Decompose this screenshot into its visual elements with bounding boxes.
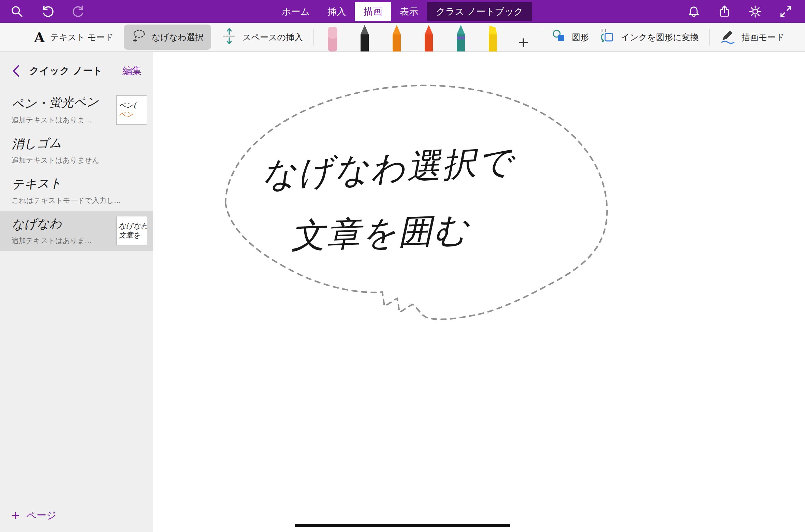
draw-toolbar: A テキスト モード なげなわ選択 <box>0 23 805 52</box>
redo-icon[interactable] <box>71 4 86 19</box>
pen-orange-tool[interactable] <box>388 24 406 51</box>
handwritten-ink-line-2: 文章を囲む <box>290 210 471 256</box>
ink-to-shape-button[interactable]: インクを図形に変換 <box>599 28 699 46</box>
toolbar-divider <box>709 29 709 46</box>
eraser-tool[interactable] <box>324 24 341 51</box>
lasso-selection-stroke[interactable] <box>225 86 607 319</box>
thumbnail-ink-line: なげなわ <box>119 222 145 230</box>
draw-mode-button[interactable]: 描画モード <box>720 29 785 46</box>
insert-space-label: スペースの挿入 <box>243 32 303 43</box>
drawing-canvas[interactable]: なげなわ選択で 文章を囲む <box>153 52 805 532</box>
ink-to-shape-icon <box>599 28 616 46</box>
page-item-text: ペン・蛍光ペン 追加テキストはありま… <box>12 96 112 125</box>
page-list: ペン・蛍光ペン 追加テキストはありま… ペン( ペン 消しゴム 追加テキストはあ… <box>0 90 153 499</box>
tab-view[interactable]: 表示 <box>391 2 427 21</box>
page-item-pen-highlighter[interactable]: ペン・蛍光ペン 追加テキストはありま… ペン( ペン <box>0 90 153 130</box>
page-item-subtitle: 追加テキストはありま… <box>12 236 112 245</box>
add-pen-button[interactable]: + <box>516 34 530 51</box>
sidebar-header: クイック ノート 編集 <box>0 52 153 90</box>
top-bar-right <box>686 4 805 19</box>
edit-button[interactable]: 編集 <box>122 64 142 77</box>
text-mode-label: テキスト モード <box>50 32 113 43</box>
back-chevron-icon[interactable] <box>12 64 20 78</box>
highlighter-yellow-tool[interactable] <box>484 24 502 51</box>
main-area: クイック ノート 編集 ペン・蛍光ペン 追加テキストはありま… ペン( ペン <box>0 52 805 532</box>
page-item-text-page[interactable]: テキスト これはテキストモードで入力し… <box>0 170 153 211</box>
pen-tray: + <box>324 23 530 51</box>
draw-mode-label: 描画モード <box>742 32 785 43</box>
marker-red-tool[interactable] <box>420 24 438 51</box>
notifications-bell-icon[interactable] <box>686 4 701 19</box>
page-item-text: テキスト これはテキストモードで入力し… <box>12 176 147 205</box>
tab-draw[interactable]: 描画 <box>355 2 391 21</box>
insert-space-icon <box>221 27 237 47</box>
ink-layer: なげなわ選択で 文章を囲む <box>153 52 805 532</box>
settings-gear-icon[interactable] <box>748 4 763 19</box>
lasso-select-label: なげなわ選択 <box>152 32 204 43</box>
pen-teal-tool[interactable] <box>452 24 470 51</box>
pen-black-tool[interactable] <box>356 24 374 51</box>
lasso-icon <box>131 29 146 46</box>
page-item-title: テキスト <box>11 172 147 193</box>
page-item-title: ペン・蛍光ペン <box>11 93 112 112</box>
page-item-title: なげなわ <box>11 214 112 233</box>
draw-mode-pen-icon <box>720 29 736 46</box>
onenote-app: ホーム 挿入 描画 表示 クラス ノートブック <box>0 0 805 532</box>
page-item-subtitle: 追加テキストはありません <box>12 155 147 165</box>
thumbnail-ink-line: ペン <box>119 110 145 119</box>
handwritten-ink-line-1: なげなわ選択で <box>261 141 517 195</box>
text-mode-button[interactable]: A テキスト モード <box>34 29 114 45</box>
tab-home[interactable]: ホーム <box>273 2 319 21</box>
page-item-lasso[interactable]: なげなわ 追加テキストはありま… なげなわ 文章を <box>0 211 153 251</box>
search-icon[interactable] <box>10 4 25 19</box>
page-thumbnail: ペン( ペン <box>116 95 147 125</box>
toolbar-divider <box>541 29 541 46</box>
undo-icon[interactable] <box>40 4 55 19</box>
shapes-button[interactable]: 図形 <box>552 29 589 46</box>
page-item-subtitle: これはテキストモードで入力し… <box>12 196 147 205</box>
top-bar-left <box>0 4 86 19</box>
tab-insert[interactable]: 挿入 <box>319 2 355 21</box>
ribbon-tabs: ホーム 挿入 描画 表示 クラス ノートブック <box>273 0 532 23</box>
thumbnail-ink-line: ペン( <box>119 101 145 110</box>
add-page-label: ページ <box>26 509 56 522</box>
ink-to-shape-label: インクを図形に変換 <box>621 32 699 43</box>
add-page-button[interactable]: + ページ <box>0 499 153 532</box>
share-icon[interactable] <box>717 4 732 19</box>
home-indicator[interactable] <box>295 524 510 527</box>
top-bar: ホーム 挿入 描画 表示 クラス ノートブック <box>0 0 805 23</box>
page-item-subtitle: 追加テキストはありま… <box>12 115 112 125</box>
tab-class-notebook[interactable]: クラス ノートブック <box>427 2 532 21</box>
page-item-text: 消しゴム 追加テキストはありません <box>12 136 147 165</box>
lasso-select-button[interactable]: なげなわ選択 <box>124 25 211 50</box>
shapes-label: 図形 <box>572 32 589 43</box>
thumbnail-ink-line: 文章を <box>119 231 145 240</box>
notebook-section-title: クイック ノート <box>29 64 103 77</box>
plus-icon: + <box>12 509 19 522</box>
page-thumbnail: なげなわ 文章を <box>116 216 147 245</box>
page-item-title: 消しゴム <box>11 132 147 152</box>
fullscreen-expand-icon[interactable] <box>778 4 793 19</box>
text-mode-icon: A <box>34 29 45 45</box>
insert-space-button[interactable]: スペースの挿入 <box>221 27 303 47</box>
toolbar-divider <box>313 29 313 46</box>
page-item-eraser[interactable]: 消しゴム 追加テキストはありません <box>0 130 153 170</box>
shapes-icon <box>552 29 567 46</box>
page-sidebar: クイック ノート 編集 ペン・蛍光ペン 追加テキストはありま… ペン( ペン <box>0 52 153 532</box>
page-item-text: なげなわ 追加テキストはありま… <box>12 216 112 245</box>
